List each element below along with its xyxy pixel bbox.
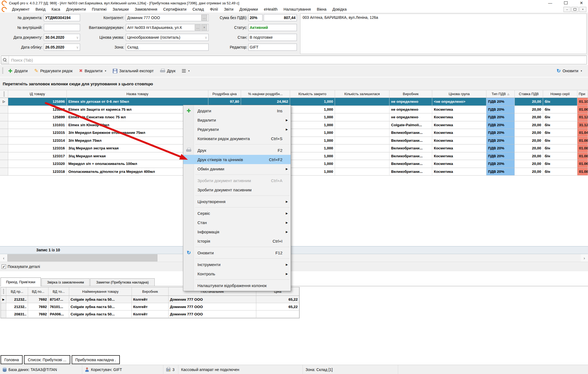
cell-left[interactable]: [335, 121, 389, 129]
grid-row[interactable]: 123317З/щ Меридол мягкая1,000Великобрита…: [0, 152, 588, 160]
field-статус-[interactable]: Активний: [248, 24, 297, 31]
cell-expiry[interactable]: 01.08: [577, 152, 588, 160]
cell-markup[interactable]: 24,962: [241, 98, 290, 106]
cell-qty[interactable]: 1,000: [290, 106, 335, 114]
menu-item-сертифікати[interactable]: Сертифікати: [160, 7, 189, 11]
cell-manufacturer[interactable]: Великобритани...: [389, 160, 432, 168]
cell-id[interactable]: 123320: [8, 160, 67, 168]
context-menu-item-друк-стікерів-та-цінників[interactable]: Друк стікерів та цінниківCtrl+F2: [183, 155, 291, 164]
maximize-icon[interactable]: [564, 0, 568, 6]
subgrid-cell-c6[interactable]: Доминик 777 ООО: [169, 303, 256, 310]
subgrid-cell-c5[interactable]: Колгейт: [132, 310, 169, 318]
menu-item-філії[interactable]: Філії: [207, 7, 221, 11]
menu-item-документи[interactable]: Документи: [63, 7, 89, 11]
context-menu-item-стан[interactable]: Стан▶: [183, 218, 291, 227]
cell-rate[interactable]: 20,00: [515, 121, 543, 129]
menu-item-вихід[interactable]: Вихід: [32, 7, 48, 11]
sum-without-vat-field[interactable]: 807,44: [264, 14, 297, 21]
row-indicator[interactable]: [0, 129, 8, 137]
subgrid-cell-c5[interactable]: Колгейт: [132, 296, 169, 303]
context-menu-item-контроль[interactable]: Контроль▶: [183, 269, 291, 278]
context-menu-item-історія[interactable]: ІсторіяCtrl+I: [183, 236, 291, 246]
tab-прихід.-прив'язки[interactable]: Прихід. Прив'язки: [1, 278, 41, 286]
subgrid-cell-c2[interactable]: 7692: [28, 310, 48, 318]
cell-retail[interactable]: 97,80: [208, 98, 241, 106]
context-menu-item-сервіс[interactable]: Сервіс▶: [183, 209, 291, 218]
cell-left[interactable]: [335, 106, 389, 114]
subgrid-cell-c2[interactable]: 7692: [28, 296, 48, 303]
cell-expiry[interactable]: 01.12: [577, 113, 588, 121]
grid-header-rate[interactable]: Ставка ПДВ: [515, 90, 543, 98]
cell-left[interactable]: [335, 152, 389, 160]
subgrid-cell-c1[interactable]: 20831..: [6, 310, 28, 318]
cell-group[interactable]: Косметика: [432, 113, 486, 121]
subgrid-header-c1[interactable]: ВД пр...: [6, 287, 28, 296]
cell-qty[interactable]: 1,000: [290, 152, 335, 160]
grid-header-grip[interactable]: [0, 90, 8, 98]
grid-header-series[interactable]: Номер серії: [543, 90, 577, 98]
cell-vat[interactable]: ПДВ 20%: [486, 144, 515, 152]
dropdown-caret-icon[interactable]: ▾: [188, 70, 190, 72]
child-restore-icon[interactable]: [571, 7, 578, 12]
cell-id[interactable]: 131031: [8, 121, 67, 129]
tab-звірка-із-замовленням[interactable]: Звірка із замовленням: [41, 278, 90, 286]
context-menu-item-зробити-документ-пасивним[interactable]: Зробити документ пасивним: [183, 185, 291, 194]
cell-manufacturer[interactable]: Великобритани...: [389, 168, 432, 176]
subgrid-cell-c1[interactable]: 21232..: [6, 296, 28, 303]
subgrid-header-c3[interactable]: ВД то...: [48, 287, 69, 296]
cell-id[interactable]: 123315: [8, 129, 67, 137]
cell-manufacturer[interactable]: Великобритани...: [389, 152, 432, 160]
context-menu-item-оновити[interactable]: ОновитиF12: [183, 248, 291, 257]
cell-group[interactable]: Косметика: [432, 137, 486, 145]
cell-id[interactable]: 123317: [8, 152, 67, 160]
cell-vat[interactable]: ПДВ 20%: [486, 121, 515, 129]
cell-vat[interactable]: ПДВ 20%: [486, 152, 515, 160]
subgrid-cell-c7[interactable]: 65,22: [256, 303, 299, 310]
cell-series[interactable]: б/н: [543, 106, 577, 114]
cell-series[interactable]: б/н: [543, 160, 577, 168]
child-close-icon[interactable]: ×: [579, 7, 586, 12]
cell-qty[interactable]: 1,000: [290, 137, 335, 145]
dropdown-caret-icon[interactable]: ▾: [105, 70, 106, 72]
cell-expiry[interactable]: 01.06: [577, 106, 588, 114]
cell-series[interactable]: б/н: [543, 152, 577, 160]
subgrid-header-grip[interactable]: [1, 287, 6, 296]
grid-row[interactable]: 123320Меридол з/п + ополаскиватель 100мл…: [0, 160, 588, 168]
grid-row[interactable]: 131031Elmex з/п Юниор 50мл1,000Colgate-P…: [0, 121, 588, 129]
vat-percent-field[interactable]: 20%: [248, 14, 263, 21]
cell-name[interactable]: Elmex з/п детская от 0-6 лет 50мл: [67, 98, 208, 106]
window-tab-головна[interactable]: Головна: [1, 355, 23, 364]
cell-id[interactable]: 125898: [8, 106, 67, 114]
cell-left[interactable]: [335, 113, 389, 121]
menu-item-замовлення[interactable]: Замовлення: [132, 7, 160, 11]
cell-expiry[interactable]: 01.08: [577, 168, 588, 176]
subgrid-row-indicator[interactable]: ▶: [1, 296, 6, 303]
scroll-left-icon[interactable]: ‹: [0, 254, 7, 262]
cell-id[interactable]: 123316: [8, 144, 67, 152]
grid-header-group[interactable]: Цінова група: [432, 90, 486, 98]
menu-item-довідники[interactable]: Довідники: [236, 7, 261, 11]
cell-left[interactable]: [335, 160, 389, 168]
cell-rate[interactable]: 20,00: [515, 106, 543, 114]
context-menu-item-ціноутворення[interactable]: Ціноутворення▶: [183, 197, 291, 206]
subgrid-cell-c6[interactable]: Доминик 777 ООО: [169, 310, 256, 318]
context-menu-item-інформація[interactable]: Інформація▶: [183, 227, 291, 236]
cell-group[interactable]: Косметика: [432, 129, 486, 137]
toolbar-grip[interactable]: [2, 68, 3, 74]
subgrid-row-indicator[interactable]: [1, 303, 6, 310]
cell-left[interactable]: [335, 137, 389, 145]
cell-rate[interactable]: 20,00: [515, 168, 543, 176]
cell-rate[interactable]: 20,00: [515, 113, 543, 121]
subgrid-cell-c4[interactable]: Colgate зубна паста 50...: [69, 303, 132, 310]
subgrid-row[interactable]: 21232..769276101...Colgate зубна паста 5…: [1, 303, 299, 310]
toolbar-button-видалити[interactable]: Видалити▾: [77, 67, 108, 74]
menu-item-документ[interactable]: Документ: [9, 7, 32, 11]
grid-header-vat[interactable]: Тип ПДВ△: [486, 90, 515, 98]
cell-group[interactable]: Косметика: [432, 168, 486, 176]
subgrid-cell-c2[interactable]: 7692: [28, 303, 48, 310]
field-редактор-[interactable]: GIFT: [248, 44, 297, 51]
menu-item-каса[interactable]: Каса: [48, 7, 63, 11]
cell-left[interactable]: [335, 168, 389, 176]
context-menu-item-додати[interactable]: ДодатиIns: [183, 106, 291, 115]
cell-expiry[interactable]: 01.06: [577, 160, 588, 168]
